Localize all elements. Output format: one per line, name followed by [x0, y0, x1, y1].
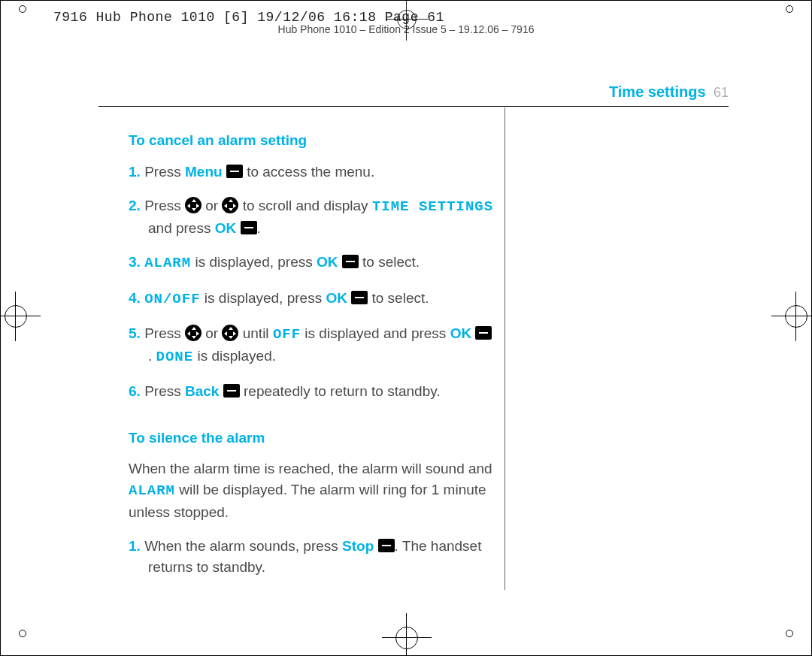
header-rule [98, 106, 729, 107]
heading-cancel-alarm: To cancel an alarm setting [129, 130, 495, 151]
section-header: Time settings 61 [98, 83, 729, 101]
step-text: When the alarm sounds, press [144, 538, 342, 554]
lcd-text: DONE [156, 349, 194, 365]
page-content: To cancel an alarm setting 1. Press Menu… [129, 130, 495, 591]
margin-rule [504, 107, 505, 590]
key-label-menu: Menu [185, 164, 223, 180]
softkey-icon [475, 326, 492, 340]
step-text: or [201, 198, 222, 213]
step-text: to select. [359, 254, 420, 270]
nav-icon [185, 325, 201, 341]
step-text: to scroll and display [238, 198, 371, 213]
step-text: repeatedly to return to standby. [240, 383, 441, 399]
softkey-icon [342, 255, 359, 268]
lcd-text: OFF [273, 326, 301, 343]
key-label-back: Back [185, 383, 219, 399]
crop-mark-bottom [395, 627, 418, 649]
key-label-ok: OK [326, 290, 347, 306]
corner-dot [19, 5, 26, 13]
step-text: Press [144, 164, 185, 180]
softkey-icon [241, 221, 257, 234]
softkey-icon [226, 165, 243, 178]
crop-mark-left [5, 305, 27, 328]
softkey-icon [223, 384, 240, 398]
step-text: to select. [368, 290, 429, 306]
page-number: 61 [714, 85, 729, 100]
corner-dot [19, 630, 26, 637]
step-text: until [238, 325, 272, 341]
lcd-text: ON/OFF [144, 291, 200, 307]
key-label-ok: OK [215, 220, 237, 236]
key-label-ok: OK [450, 325, 472, 341]
step-4: 4. ON/OFF is displayed, press OK to sele… [129, 288, 495, 310]
lcd-text: ALARM [129, 482, 175, 499]
step-5: 5. Press or until OFF is displayed and p… [129, 323, 495, 367]
step-number: 1. [129, 538, 141, 554]
step-number: 3. [129, 254, 141, 270]
step-1b: 1. When the alarm sounds, press Stop . T… [129, 536, 495, 577]
step-text: to access the menu. [243, 164, 374, 180]
nav-icon [222, 197, 238, 213]
step-text: is displayed. [193, 348, 276, 364]
step-3: 3. ALARM is displayed, press OK to selec… [129, 252, 495, 274]
lcd-text: TIME SETTINGS [372, 198, 493, 215]
paragraph: When the alarm time is reached, the alar… [129, 458, 495, 522]
step-number: 5. [129, 325, 141, 341]
lcd-text: ALARM [144, 255, 191, 271]
step-text: is displayed, press [201, 290, 326, 306]
step-text: . [148, 348, 156, 364]
document-page: 7916 Hub Phone 1010 [6] 19/12/06 16:18 P… [0, 0, 812, 656]
nav-icon [222, 325, 238, 341]
step-6: 6. Press Back repeatedly to return to st… [129, 381, 495, 402]
step-text: Press [144, 198, 185, 213]
paragraph-text: will be displayed. The alarm will ring f… [129, 482, 486, 520]
step-text: Press [144, 383, 185, 399]
step-number: 2. [129, 198, 141, 213]
key-label-ok: OK [317, 254, 338, 270]
step-text: is displayed, press [191, 254, 317, 270]
corner-dot [786, 630, 793, 637]
nav-icon [185, 197, 201, 213]
key-label-stop: Stop [342, 538, 374, 554]
corner-dot [786, 5, 793, 13]
step-text: . [257, 220, 261, 236]
step-text: Press [144, 325, 185, 341]
heading-silence-alarm: To silence the alarm [129, 428, 495, 449]
paragraph-text: When the alarm time is reached, the alar… [129, 461, 492, 476]
section-title: Time settings [609, 83, 706, 100]
softkey-icon [351, 291, 368, 304]
step-2: 2. Press or to scroll and display TIME S… [129, 195, 495, 238]
softkey-icon [378, 539, 395, 552]
step-1: 1. Press Menu to access the menu. [129, 162, 495, 183]
step-number: 6. [129, 383, 141, 399]
step-text: or [201, 325, 222, 341]
step-text: and press [148, 220, 215, 236]
step-number: 1. [129, 164, 141, 180]
step-text: is displayed and press [301, 325, 450, 341]
crop-header-line: 7916 Hub Phone 1010 [6] 19/12/06 16:18 P… [53, 10, 444, 25]
crop-mark-right [785, 305, 807, 328]
crop-mark-top [397, 10, 417, 29]
step-number: 4. [129, 290, 141, 306]
